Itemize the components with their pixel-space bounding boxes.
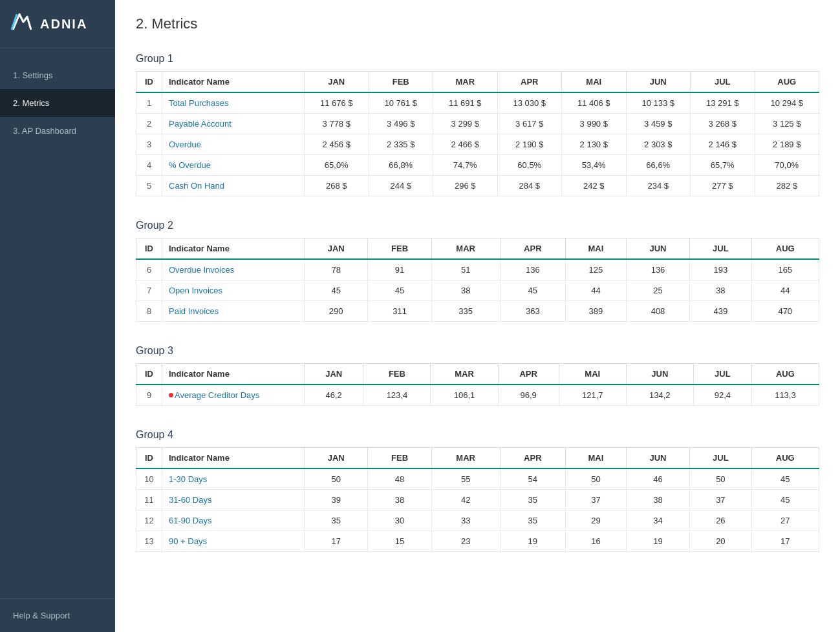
cell-value: 38 — [626, 490, 689, 511]
page-title: 2. Metrics — [136, 16, 819, 32]
cell-value: 11 676 $ — [305, 92, 369, 114]
cell-value: 26 — [690, 511, 751, 531]
row-id: 11 — [136, 490, 162, 511]
group-title-group2: Group 2 — [136, 220, 819, 231]
cell-value: 45 — [305, 280, 368, 301]
cell-value: 29 — [566, 511, 627, 531]
col-header-aug: AUG — [751, 448, 819, 469]
row-id: 6 — [136, 259, 162, 280]
cell-value: 44 — [751, 280, 819, 301]
cell-value: 165 — [751, 259, 819, 280]
cell-value: 284 $ — [497, 176, 562, 196]
row-id: 9 — [136, 384, 162, 406]
col-header-apr: APR — [500, 448, 565, 469]
cell-value: 10 761 $ — [369, 92, 433, 114]
row-id: 1 — [136, 92, 162, 114]
cell-value: 48 — [368, 469, 431, 490]
cell-value: 13 030 $ — [497, 92, 562, 114]
sidebar-item-ap-dashboard[interactable]: 3. AP Dashboard — [0, 117, 115, 145]
cell-value: 37 — [690, 490, 751, 511]
cell-value: 11 691 $ — [433, 92, 498, 114]
row-id: 7 — [136, 280, 162, 301]
col-header-jan: JAN — [305, 448, 368, 469]
cell-value: 46 — [626, 469, 689, 490]
cell-value: 268 $ — [305, 176, 369, 196]
row-id: 4 — [136, 155, 162, 176]
cell-value: 35 — [500, 490, 565, 511]
cell-value: 39 — [305, 490, 368, 511]
sidebar-item-settings[interactable]: 1. Settings — [0, 61, 115, 89]
cell-value: 2 130 $ — [562, 134, 627, 155]
cell-value: 70,0% — [755, 155, 819, 176]
col-header-jan: JAN — [305, 238, 368, 260]
col-header-jan: JAN — [305, 72, 369, 93]
cell-value: 50 — [566, 469, 627, 490]
group-section-group1: Group 1IDIndicator NameJANFEBMARAPRMAIJU… — [136, 53, 819, 196]
cell-value: 92,4 — [693, 384, 751, 406]
cell-value: 15 — [368, 531, 431, 552]
cell-value: 113,3 — [751, 384, 819, 406]
table-row: 1131-60 Days3938423537383745 — [136, 490, 819, 511]
groups-container: Group 1IDIndicator NameJANFEBMARAPRMAIJU… — [136, 53, 819, 552]
row-id: 10 — [136, 469, 162, 490]
col-header-mar: MAR — [431, 448, 500, 469]
col-header-jul: JUL — [691, 72, 755, 93]
indicator-name: Average Creditor Days — [162, 384, 305, 406]
logo-text: ADNIA — [40, 17, 87, 32]
cell-value: 3 778 $ — [305, 114, 369, 134]
indicator-name: % Overdue — [162, 155, 305, 176]
cell-value: 125 — [566, 259, 627, 280]
cell-value: 470 — [751, 301, 819, 322]
cell-value: 10 133 $ — [626, 92, 691, 114]
col-header-mar: MAR — [431, 364, 498, 385]
cell-value: 45 — [751, 490, 819, 511]
cell-value: 66,6% — [626, 155, 691, 176]
table-row: 1261-90 Days3530333529342627 — [136, 511, 819, 531]
cell-value: 3 299 $ — [433, 114, 498, 134]
table-row: 1Total Purchases11 676 $10 761 $11 691 $… — [136, 92, 819, 114]
cell-value: 2 190 $ — [497, 134, 562, 155]
col-header-feb: FEB — [368, 448, 431, 469]
cell-value: 27 — [751, 511, 819, 531]
row-id: 8 — [136, 301, 162, 322]
cell-value: 45 — [751, 469, 819, 490]
col-header-indicator-name: Indicator Name — [162, 448, 305, 469]
col-header-feb: FEB — [369, 72, 433, 93]
cell-value: 234 $ — [626, 176, 691, 196]
cell-value: 439 — [690, 301, 751, 322]
col-header-id: ID — [136, 72, 162, 93]
cell-value: 123,4 — [363, 384, 431, 406]
col-header-feb: FEB — [363, 364, 431, 385]
cell-value: 38 — [431, 280, 500, 301]
cell-value: 3 459 $ — [626, 114, 691, 134]
cell-value: 106,1 — [431, 384, 498, 406]
indicator-name: Overdue Invoices — [162, 259, 305, 280]
cell-value: 23 — [431, 531, 500, 552]
table-row: 8Paid Invoices290311335363389408439470 — [136, 301, 819, 322]
col-header-jul: JUL — [693, 364, 751, 385]
col-header-jul: JUL — [690, 238, 751, 260]
cell-value: 42 — [431, 490, 500, 511]
table-row: 1390 + Days1715231916192017 — [136, 531, 819, 552]
cell-value: 2 146 $ — [691, 134, 755, 155]
cell-value: 16 — [566, 531, 627, 552]
cell-value: 35 — [305, 511, 368, 531]
cell-value: 50 — [690, 469, 751, 490]
col-header-mar: MAR — [433, 72, 498, 93]
metrics-table-group2: IDIndicator NameJANFEBMARAPRMAIJUNJULAUG… — [136, 238, 819, 322]
cell-value: 282 $ — [755, 176, 819, 196]
cell-value: 3 617 $ — [497, 114, 562, 134]
metrics-table-group1: IDIndicator NameJANFEBMARAPRMAIJUNJULAUG… — [136, 71, 819, 196]
cell-value: 74,7% — [433, 155, 498, 176]
cell-value: 17 — [305, 531, 368, 552]
sidebar-help-support[interactable]: Help & Support — [0, 598, 115, 632]
sidebar-item-metrics[interactable]: 2. Metrics — [0, 89, 115, 117]
cell-value: 17 — [751, 531, 819, 552]
col-header-feb: FEB — [368, 238, 431, 260]
cell-value: 35 — [500, 511, 565, 531]
cell-value: 3 496 $ — [369, 114, 433, 134]
col-header-jun: JUN — [626, 448, 689, 469]
col-header-jan: JAN — [305, 364, 363, 385]
col-header-aug: AUG — [751, 238, 819, 260]
indicator-name: 90 + Days — [162, 531, 305, 552]
